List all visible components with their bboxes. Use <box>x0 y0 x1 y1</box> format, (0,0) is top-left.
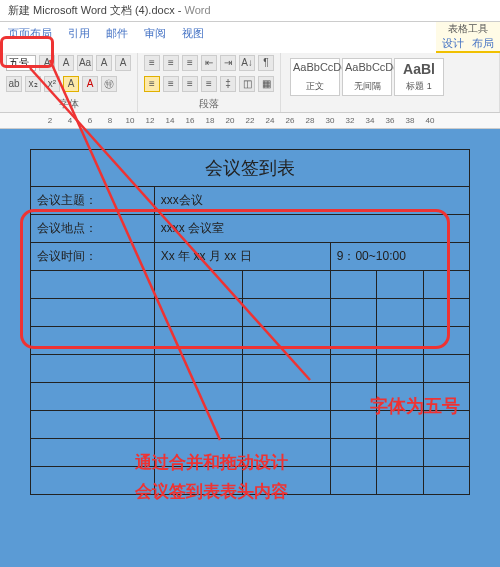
bullets-icon[interactable]: ≡ <box>144 55 160 71</box>
indent-right-icon[interactable]: ⇥ <box>220 55 236 71</box>
annotation-design: 通过合并和拖动设计 会议签到表表头内容 <box>135 449 288 507</box>
align-center-icon[interactable]: ≡ <box>163 76 179 92</box>
superscript-icon[interactable]: x² <box>44 76 60 92</box>
tab-pagelayout[interactable]: 页面布局 <box>0 22 60 53</box>
app-name: Word <box>184 4 210 16</box>
table-row: 会议主题： xxx会议 <box>31 187 470 215</box>
para-group-label: 段落 <box>144 97 274 111</box>
font-group-label: 字体 <box>6 97 131 111</box>
shading-icon[interactable]: ◫ <box>239 76 255 92</box>
table-row <box>31 355 470 383</box>
row-label[interactable]: 会议时间： <box>31 243 155 271</box>
document-area[interactable]: 会议签到表 会议主题： xxx会议 会议地点： xxxx 会议室 会议时间： X… <box>0 129 500 567</box>
clear-format-icon[interactable]: A <box>115 55 131 71</box>
multilevel-icon[interactable]: ≡ <box>182 55 198 71</box>
styles-group: AaBbCcDd 正文 AaBbCcDd 无间隔 AaBl 标题 1 <box>281 53 500 112</box>
numbering-icon[interactable]: ≡ <box>163 55 179 71</box>
borders-icon[interactable]: ▦ <box>258 76 274 92</box>
context-tab-group: 表格工具 设计 布局 <box>436 22 500 53</box>
grow-font-icon[interactable]: A <box>39 55 55 71</box>
titlebar: 新建 Microsoft Word 文档 (4).docx - Word <box>0 0 500 22</box>
meeting-table[interactable]: 会议签到表 会议主题： xxx会议 会议地点： xxxx 会议室 会议时间： X… <box>30 149 470 495</box>
row-value[interactable]: xxxx 会议室 <box>154 215 469 243</box>
font-color-icon[interactable]: A <box>82 76 98 92</box>
row-label[interactable]: 会议地点： <box>31 215 155 243</box>
doc-title: 新建 Microsoft Word 文档 (4).docx <box>8 4 175 16</box>
table-row <box>31 271 470 299</box>
annotation-fontsize: 字体为五号 <box>370 394 460 418</box>
table-row: 会议时间： Xx 年 xx 月 xx 日 9：00~10:00 <box>31 243 470 271</box>
table-title[interactable]: 会议签到表 <box>31 150 470 187</box>
enclose-icon[interactable]: ㊕ <box>101 76 117 92</box>
ruler[interactable]: 246810121416182022242628303234363840 <box>0 113 500 129</box>
font-size-input[interactable] <box>6 55 36 71</box>
change-case-icon[interactable]: Aa <box>77 55 93 71</box>
line-spacing-icon[interactable]: ‡ <box>220 76 236 92</box>
align-left-icon[interactable]: ≡ <box>144 76 160 92</box>
sort-icon[interactable]: A↓ <box>239 55 255 71</box>
subscript-icon[interactable]: x₂ <box>25 76 41 92</box>
tab-view[interactable]: 视图 <box>174 22 212 53</box>
align-justify-icon[interactable]: ≡ <box>201 76 217 92</box>
tab-tabledesign[interactable]: 设计 <box>442 36 464 51</box>
font-size-control[interactable] <box>6 55 36 71</box>
ribbon-tabs: 页面布局 引用 邮件 审阅 视图 表格工具 设计 布局 <box>0 22 500 53</box>
context-title: 表格工具 <box>448 22 488 36</box>
table-row: 会议地点： xxxx 会议室 <box>31 215 470 243</box>
row-label[interactable]: 会议主题： <box>31 187 155 215</box>
strike-icon[interactable]: ab <box>6 76 22 92</box>
shrink-font-icon[interactable]: A <box>58 55 74 71</box>
paragraph-group: ≡ ≡ ≡ ⇤ ⇥ A↓ ¶ ≡ ≡ ≡ ≡ ‡ ◫ ▦ 段落 <box>138 53 281 112</box>
indent-left-icon[interactable]: ⇤ <box>201 55 217 71</box>
row-value[interactable]: xxx会议 <box>154 187 469 215</box>
font-group: A A Aa A A ab x₂ x² A A ㊕ 字体 <box>0 53 138 112</box>
highlight-icon[interactable]: A <box>63 76 79 92</box>
table-row <box>31 327 470 355</box>
tab-review[interactable]: 审阅 <box>136 22 174 53</box>
tab-tablelayout[interactable]: 布局 <box>472 36 494 51</box>
text-effects-icon[interactable]: A <box>96 55 112 71</box>
align-right-icon[interactable]: ≡ <box>182 76 198 92</box>
row-value[interactable]: Xx 年 xx 月 xx 日 <box>154 243 330 271</box>
style-normal[interactable]: AaBbCcDd 正文 <box>290 58 340 96</box>
ribbon: A A Aa A A ab x₂ x² A A ㊕ 字体 ≡ ≡ ≡ ⇤ ⇥ A… <box>0 53 500 113</box>
show-marks-icon[interactable]: ¶ <box>258 55 274 71</box>
style-heading1[interactable]: AaBl 标题 1 <box>394 58 444 96</box>
tab-mail[interactable]: 邮件 <box>98 22 136 53</box>
tab-references[interactable]: 引用 <box>60 22 98 53</box>
table-row <box>31 299 470 327</box>
style-nospacing[interactable]: AaBbCcDd 无间隔 <box>342 58 392 96</box>
row-time[interactable]: 9：00~10:00 <box>330 243 469 271</box>
